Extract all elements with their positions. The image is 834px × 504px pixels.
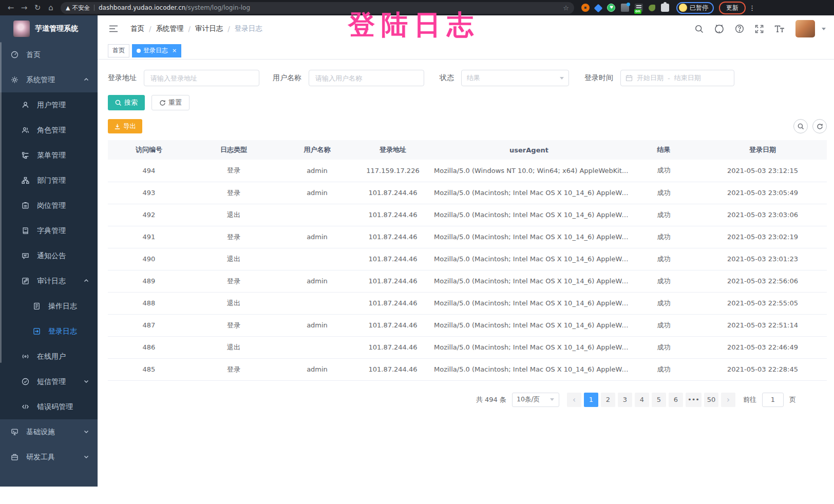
main-content: 登录地址 用户名称 状态 结果 登录时间 开始日期 - 结束日期 搜索 重置 导… xyxy=(98,60,834,504)
sidebar-item-online-users[interactable]: 在线用户 xyxy=(0,344,98,369)
cell-login-date: 2021-05-03 23:02:19 xyxy=(698,226,827,248)
sidebar-item-post-mgmt[interactable]: 岗位管理 xyxy=(0,193,98,218)
font-size-icon[interactable] xyxy=(774,25,785,33)
page-button-1[interactable]: 1 xyxy=(584,393,598,407)
sidebar-item-error-code-mgmt[interactable]: 错误码管理 xyxy=(0,394,98,419)
search-button[interactable]: 搜索 xyxy=(108,95,145,110)
table-row[interactable]: 488 退出 101.87.244.46 Mozilla/5.0 (Macint… xyxy=(108,292,827,314)
prev-page-button[interactable]: ‹ xyxy=(567,393,581,407)
status-select[interactable]: 结果 xyxy=(461,70,569,86)
puzzle-extensions-icon[interactable] xyxy=(661,4,669,12)
cell-username xyxy=(277,292,357,314)
header-actions xyxy=(695,20,826,37)
leaf-extension-icon[interactable] xyxy=(649,5,655,11)
sidebar-item-infrastructure[interactable]: 基础设施 xyxy=(0,419,98,444)
login-address-input[interactable] xyxy=(144,70,259,86)
breadcrumb-audit-log[interactable]: 审计日志 xyxy=(195,24,223,33)
home-icon[interactable]: ⌂ xyxy=(44,0,58,15)
github-icon[interactable] xyxy=(714,24,724,34)
table-row[interactable]: 485 登录 admin 101.87.244.46 Mozilla/5.0 (… xyxy=(108,358,827,380)
sidebar-item-home[interactable]: 首页 xyxy=(0,42,98,67)
table-row[interactable]: 494 登录 admin 117.159.17.226 Mozilla/5.0 … xyxy=(108,160,827,182)
list-extension-icon[interactable]: on xyxy=(635,4,643,12)
page-button-5[interactable]: 5 xyxy=(652,393,666,407)
help-icon[interactable] xyxy=(735,24,744,33)
toggle-search-button[interactable] xyxy=(793,119,808,133)
grid-extension-icon[interactable] xyxy=(621,4,629,12)
chrome-update-button[interactable]: 更新 xyxy=(719,2,746,14)
sidebar-item-menu-mgmt[interactable]: 菜单管理 xyxy=(0,143,98,168)
tag-login-log[interactable]: 登录日志 × xyxy=(132,44,181,57)
date-start-placeholder: 开始日期 xyxy=(637,73,664,83)
app-header: 首页 / 系统管理 / 审计日志 / 登录日志 xyxy=(98,15,834,42)
page-size-select[interactable]: 10条/页 xyxy=(512,393,559,407)
goto-page-input[interactable] xyxy=(762,393,784,407)
sidebar-item-system[interactable]: 系统管理 xyxy=(0,67,98,92)
bookmark-star-icon[interactable]: ☆ xyxy=(563,4,569,12)
sidebar-item-audit-log[interactable]: 审计日志 xyxy=(0,268,98,294)
logo-avatar xyxy=(13,21,30,37)
green-heart-extension-icon[interactable] xyxy=(607,4,615,12)
table-row[interactable]: 492 退出 101.87.244.46 Mozilla/5.0 (Macint… xyxy=(108,204,827,226)
search-icon[interactable] xyxy=(695,25,704,33)
page-button-50[interactable]: 50 xyxy=(704,393,718,407)
blue-gem-extension-icon[interactable] xyxy=(594,4,603,13)
page-button-6[interactable]: 6 xyxy=(669,393,683,407)
login-log-table: 访问编号 日志类型 用户名称 登录地址 userAgent 结果 登录日期 49… xyxy=(108,140,827,381)
sidebar-item-dict-mgmt[interactable]: 字典管理 xyxy=(0,218,98,243)
next-page-button[interactable]: › xyxy=(721,393,735,407)
table-row[interactable]: 490 退出 101.87.244.46 Mozilla/5.0 (Macint… xyxy=(108,248,827,270)
sidebar-menu: 首页 系统管理 用户管理 角色管理 菜单管理 部门管理 岗位管理 xyxy=(0,42,98,470)
sidebar-item-dept-mgmt[interactable]: 部门管理 xyxy=(0,168,98,193)
cell-login-address: 101.87.244.46 xyxy=(357,204,429,226)
export-button[interactable]: 导出 xyxy=(108,119,142,133)
profile-paused-button[interactable]: 已暂停 xyxy=(676,2,714,14)
sidebar-item-sms-mgmt[interactable]: 短信管理 xyxy=(0,369,98,394)
tag-home[interactable]: 首页 xyxy=(108,44,129,57)
table-row[interactable]: 489 登录 admin 101.87.244.46 Mozilla/5.0 (… xyxy=(108,270,827,292)
avatar[interactable] xyxy=(795,20,815,37)
browser-menu-dots-icon[interactable]: ⋮ xyxy=(749,4,755,12)
page-button-3[interactable]: 3 xyxy=(618,393,632,407)
table-row[interactable]: 491 登录 admin 101.87.244.46 Mozilla/5.0 (… xyxy=(108,226,827,248)
table-row[interactable]: 486 退出 101.87.244.46 Mozilla/5.0 (Macint… xyxy=(108,336,827,358)
sidebar-item-devtools[interactable]: 研发工具 xyxy=(0,444,98,470)
address-bar[interactable]: ▲ 不安全 dashboard.yudao.iocoder.cn /system… xyxy=(61,2,574,14)
tag-close-icon[interactable]: × xyxy=(172,47,177,54)
sidebar-item-notice-mgmt[interactable]: 通知公告 xyxy=(0,243,98,268)
cell-log-type: 登录 xyxy=(190,270,277,292)
sidebar-item-operation-log[interactable]: 操作日志 xyxy=(0,294,98,319)
sidebar-item-user-mgmt[interactable]: 用户管理 xyxy=(0,92,98,118)
refresh-table-button[interactable] xyxy=(812,119,827,133)
tag-active-dot xyxy=(137,49,141,53)
sidebar-logo[interactable]: 芋道管理系统 xyxy=(0,15,98,42)
breadcrumb-home[interactable]: 首页 xyxy=(130,24,144,33)
cell-access-id: 494 xyxy=(108,160,190,182)
fullscreen-icon[interactable] xyxy=(755,25,764,33)
breadcrumb-system[interactable]: 系统管理 xyxy=(156,24,184,33)
cell-result: 成功 xyxy=(629,292,698,314)
username-input[interactable] xyxy=(309,70,424,86)
cell-result: 成功 xyxy=(629,182,698,204)
back-icon[interactable]: ← xyxy=(4,0,17,15)
avatar-caret-down-icon[interactable] xyxy=(822,28,826,30)
sidebar-item-role-mgmt[interactable]: 角色管理 xyxy=(0,118,98,143)
cell-user-agent: Mozilla/5.0 (Macintosh; Intel Mac OS X 1… xyxy=(429,336,629,358)
reset-button[interactable]: 重置 xyxy=(151,95,189,110)
sidebar: 芋道管理系统 首页 系统管理 用户管理 角色管理 菜单管理 部门管理 xyxy=(0,15,98,487)
sidebar-scrollbar[interactable] xyxy=(0,42,2,363)
cell-login-date: 2021-05-03 23:01:23 xyxy=(698,248,827,270)
col-login-date: 登录日期 xyxy=(698,140,827,160)
col-log-type: 日志类型 xyxy=(190,140,277,160)
page-button-2[interactable]: 2 xyxy=(601,393,615,407)
reload-icon[interactable]: ↻ xyxy=(31,0,44,15)
login-time-range-picker[interactable]: 开始日期 - 结束日期 xyxy=(620,70,734,86)
page-button-4[interactable]: 4 xyxy=(635,393,649,407)
table-row[interactable]: 487 登录 admin 101.87.244.46 Mozilla/5.0 (… xyxy=(108,314,827,336)
table-row[interactable]: 493 登录 admin 101.87.244.46 Mozilla/5.0 (… xyxy=(108,182,827,204)
sidebar-item-login-log[interactable]: 登录日志 xyxy=(0,319,98,344)
orange-extension-icon[interactable] xyxy=(581,4,590,12)
hamburger-icon[interactable] xyxy=(109,25,118,32)
page-ellipsis-button[interactable]: ••• xyxy=(686,393,702,407)
forward-icon[interactable]: → xyxy=(17,0,31,15)
